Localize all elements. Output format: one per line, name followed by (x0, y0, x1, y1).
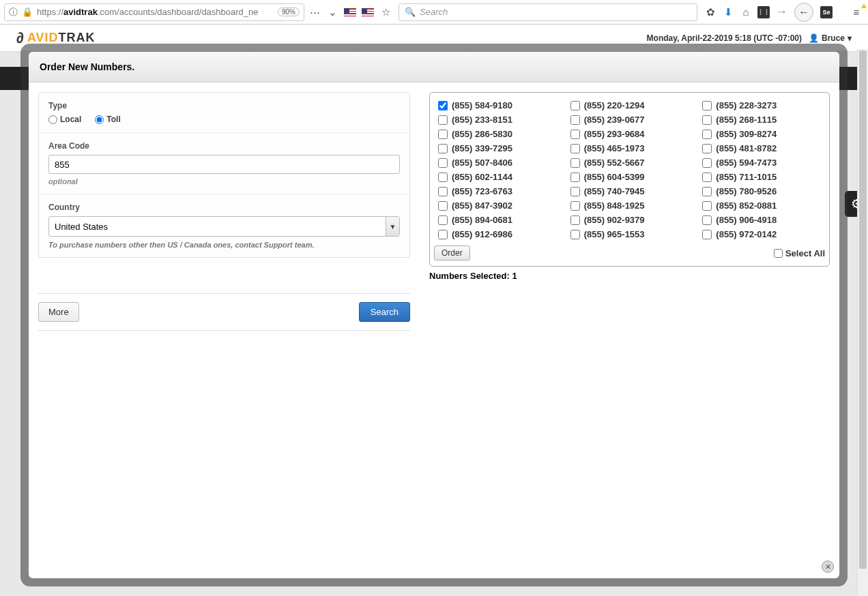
scrollbar-thumb[interactable] (859, 50, 867, 569)
more-button[interactable]: More (38, 302, 79, 322)
number-checkbox[interactable] (570, 101, 580, 110)
number-checkbox[interactable] (570, 173, 580, 182)
download-icon[interactable]: ⬇ (721, 5, 736, 20)
number-item[interactable]: (855) 584-9180 (434, 100, 561, 111)
number-checkbox[interactable] (702, 144, 712, 153)
number-checkbox[interactable] (702, 115, 712, 125)
zoom-level[interactable]: 90% (278, 8, 300, 16)
number-checkbox[interactable] (438, 230, 448, 239)
number-label: (855) 220-1294 (584, 100, 645, 110)
number-label: (855) 239-0677 (584, 115, 645, 125)
number-item[interactable]: (855) 912-6986 (434, 228, 561, 240)
number-item[interactable]: (855) 723-6763 (434, 185, 561, 197)
number-label: (855) 723-6763 (452, 186, 512, 196)
number-item[interactable]: (855) 228-3273 (698, 100, 825, 111)
number-checkbox[interactable] (570, 115, 580, 125)
number-checkbox[interactable] (570, 158, 580, 168)
number-item[interactable]: (855) 481-8782 (698, 143, 825, 154)
number-checkbox[interactable] (702, 173, 712, 182)
number-item[interactable]: (855) 965-1553 (566, 228, 693, 240)
number-item[interactable]: (855) 507-8406 (434, 157, 561, 168)
number-item[interactable]: (855) 711-1015 (698, 171, 825, 183)
number-checkbox[interactable] (702, 187, 712, 196)
number-checkbox[interactable] (570, 187, 580, 196)
number-item[interactable]: (855) 906-4918 (698, 214, 825, 226)
pocket-icon[interactable]: ⌄ (325, 5, 340, 20)
number-checkbox[interactable] (570, 130, 580, 139)
number-checkbox[interactable] (438, 173, 448, 182)
library-icon[interactable]: ✿ (703, 5, 718, 20)
number-checkbox[interactable] (438, 187, 448, 196)
radio-local[interactable]: Local (48, 115, 81, 124)
number-item[interactable]: (855) 602-1144 (434, 171, 561, 183)
country-select[interactable]: United States ▼ (48, 216, 400, 237)
number-checkbox[interactable] (438, 201, 448, 211)
number-checkbox[interactable] (438, 115, 448, 125)
number-item[interactable]: (855) 220-1294 (566, 100, 693, 111)
search-bar[interactable]: 🔍 Search (399, 3, 697, 21)
number-checkbox[interactable] (438, 130, 448, 139)
info-icon: ⓘ (9, 6, 18, 18)
chevron-down-icon: ▾ (848, 33, 852, 43)
number-label: (855) 965-1553 (584, 229, 645, 239)
user-menu[interactable]: 👤 Bruce ▾ (809, 33, 852, 43)
number-item[interactable]: (855) 972-0142 (698, 228, 825, 240)
number-label: (855) 339-7295 (452, 143, 512, 153)
number-item[interactable]: (855) 339-7295 (434, 143, 561, 154)
number-item[interactable]: (855) 847-3902 (434, 200, 561, 211)
number-checkbox[interactable] (570, 230, 580, 239)
radio-toll[interactable]: Toll (95, 115, 120, 124)
number-checkbox[interactable] (438, 215, 448, 225)
number-item[interactable]: (855) 239-0677 (566, 114, 693, 125)
number-item[interactable]: (855) 286-5830 (434, 128, 561, 140)
number-item[interactable]: (855) 268-1115 (698, 114, 825, 125)
user-icon: 👤 (809, 33, 819, 43)
number-checkbox[interactable] (570, 215, 580, 225)
forward-icon[interactable]: → (774, 5, 789, 20)
back-button[interactable]: ← (794, 3, 813, 22)
menu-icon[interactable]: ≡ (849, 5, 864, 20)
number-label: (855) 481-8782 (716, 143, 777, 153)
more-icon[interactable]: ⋯ (307, 5, 322, 20)
address-bar[interactable]: ⓘ 🔒 https://avidtrak.com/accounts/dashbo… (4, 3, 304, 21)
app-icon[interactable]: ⋮⋮ (756, 5, 771, 20)
number-item[interactable]: (855) 233-8151 (434, 114, 561, 125)
number-item[interactable]: (855) 902-9379 (566, 214, 693, 226)
number-label: (855) 465-1973 (584, 143, 645, 153)
number-item[interactable]: (855) 465-1973 (566, 143, 693, 154)
number-item[interactable]: (855) 780-9526 (698, 185, 825, 197)
scrollbar[interactable] (857, 49, 868, 596)
country-note: To purchase numbers other then US / Cana… (48, 241, 400, 249)
number-item[interactable]: (855) 848-1925 (566, 200, 693, 211)
se-icon[interactable]: Se (819, 5, 834, 20)
area-code-input[interactable] (48, 155, 400, 174)
number-checkbox[interactable] (702, 215, 712, 225)
search-button[interactable]: Search (359, 302, 410, 322)
number-item[interactable]: (855) 293-9684 (566, 128, 693, 140)
home-icon[interactable]: ⌂ (738, 5, 753, 20)
number-label: (855) 847-3902 (452, 200, 512, 211)
order-button[interactable]: Order (434, 245, 470, 260)
select-all[interactable]: Select All (774, 248, 825, 258)
number-item[interactable]: (855) 852-0881 (698, 200, 825, 211)
number-item[interactable]: (855) 604-5399 (566, 171, 693, 183)
number-checkbox[interactable] (438, 101, 448, 110)
star-icon[interactable]: ☆ (378, 5, 393, 20)
number-item[interactable]: (855) 594-7473 (698, 157, 825, 168)
number-checkbox[interactable] (702, 130, 712, 139)
number-checkbox[interactable] (702, 201, 712, 211)
number-checkbox[interactable] (702, 101, 712, 110)
number-checkbox[interactable] (438, 144, 448, 153)
number-checkbox[interactable] (702, 158, 712, 168)
number-item[interactable]: (855) 309-8274 (698, 128, 825, 140)
flag-icon-2 (360, 5, 375, 20)
number-item[interactable]: (855) 740-7945 (566, 185, 693, 197)
number-checkbox[interactable] (570, 144, 580, 153)
number-item[interactable]: (855) 552-5667 (566, 157, 693, 168)
number-label: (855) 293-9684 (584, 129, 645, 139)
number-item[interactable]: (855) 894-0681 (434, 214, 561, 226)
number-checkbox[interactable] (570, 201, 580, 211)
number-checkbox[interactable] (702, 230, 712, 239)
number-checkbox[interactable] (438, 158, 448, 168)
close-icon[interactable]: ✕ (822, 561, 834, 573)
